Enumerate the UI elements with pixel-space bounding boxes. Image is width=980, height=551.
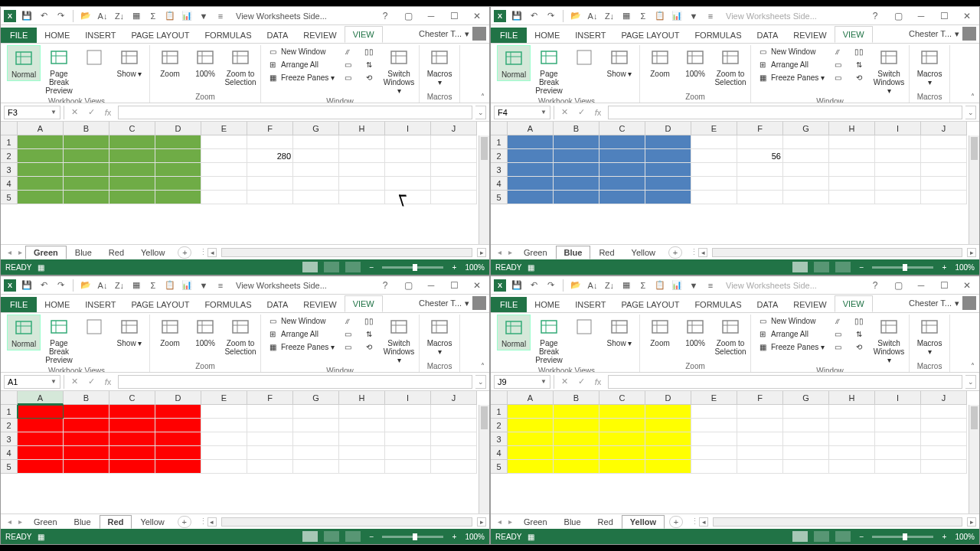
zoom-level[interactable]: 100% [955, 263, 975, 272]
sort-desc-icon[interactable]: Z↓ [113, 279, 126, 292]
tab-formulas[interactable]: FORMULAS [197, 297, 259, 312]
autosum-icon[interactable]: Σ [637, 10, 649, 22]
collapse-ribbon-icon[interactable]: ˄ [971, 93, 975, 101]
cell[interactable] [293, 135, 339, 149]
cell[interactable] [829, 177, 875, 191]
cell[interactable] [247, 460, 293, 474]
cell[interactable] [339, 163, 385, 177]
cell[interactable] [599, 149, 645, 163]
cell[interactable] [829, 191, 875, 204]
cell[interactable] [431, 177, 477, 191]
row-header[interactable]: 2 [491, 419, 508, 432]
column-header[interactable]: I [385, 391, 431, 405]
column-header[interactable]: G [783, 391, 829, 405]
open-icon[interactable]: 📂 [570, 10, 582, 22]
cell[interactable] [385, 177, 431, 191]
cell[interactable] [737, 163, 783, 177]
tab-page-layout[interactable]: PAGE LAYOUT [613, 297, 687, 312]
cell[interactable] [247, 419, 293, 432]
column-header[interactable]: J [921, 122, 967, 135]
collapse-ribbon-icon[interactable]: ˄ [481, 362, 485, 370]
hscroll-left-icon[interactable]: ◂ [699, 517, 708, 527]
cancel-icon[interactable]: ✕ [557, 377, 571, 386]
cell[interactable] [201, 405, 247, 419]
zoom-100-button[interactable]: 100% [188, 45, 222, 80]
cell[interactable] [737, 405, 783, 419]
sync-scroll-button[interactable]: ⇅ [361, 328, 381, 340]
user-account[interactable]: Chester T...▾ [419, 27, 486, 41]
cell[interactable]: 56 [737, 149, 783, 163]
cell[interactable] [339, 460, 385, 474]
help-icon[interactable]: ? [376, 278, 394, 293]
cell[interactable] [599, 405, 645, 419]
cell[interactable] [64, 149, 109, 163]
page-break-preview-button[interactable]: Page Break Preview [532, 45, 566, 96]
column-header[interactable]: C [599, 391, 645, 405]
cell[interactable] [645, 191, 691, 204]
normal-view-icon[interactable] [792, 262, 808, 272]
page-break-view-icon[interactable] [835, 262, 851, 272]
cell[interactable] [431, 405, 477, 419]
cell[interactable] [109, 149, 155, 163]
sync-scroll-button[interactable]: ⇅ [851, 58, 871, 70]
switch-windows-button[interactable]: Switch Windows ▾ [872, 45, 906, 96]
tab-insert[interactable]: INSERT [567, 297, 613, 312]
cell[interactable] [783, 177, 829, 191]
macros-button[interactable]: Macros ▾ [423, 45, 456, 88]
hscroll-right-icon[interactable]: ▸ [477, 517, 486, 527]
cell[interactable] [109, 460, 155, 474]
cell[interactable] [645, 149, 691, 163]
horizontal-scrollbar[interactable] [221, 517, 472, 527]
tab-view[interactable]: VIEW [835, 295, 873, 312]
arrange-all-button[interactable]: ⊞Arrange All [264, 328, 338, 340]
macro-record-icon[interactable]: ▦ [38, 263, 44, 272]
cell[interactable] [155, 460, 201, 474]
cell[interactable] [554, 460, 599, 474]
row-header[interactable]: 5 [491, 191, 508, 204]
ribbon-display-icon[interactable]: ▢ [399, 278, 417, 293]
cell[interactable] [201, 460, 247, 474]
pivot-icon[interactable]: ▦ [620, 279, 632, 292]
cell[interactable] [921, 460, 967, 474]
hscroll-right-icon[interactable]: ▸ [967, 517, 976, 527]
cancel-icon[interactable]: ✕ [557, 107, 571, 117]
cell[interactable] [155, 163, 201, 177]
split-button[interactable]: ⫽ [829, 315, 849, 327]
cell[interactable]: 280 [247, 149, 293, 163]
tab-formulas[interactable]: FORMULAS [687, 297, 749, 312]
hscroll-left-icon[interactable]: ◂ [207, 517, 217, 527]
cell[interactable] [783, 446, 829, 460]
column-header[interactable]: E [201, 122, 247, 135]
normal-view-button[interactable]: Normal [497, 45, 531, 81]
cell[interactable] [554, 177, 599, 191]
expand-formula-icon[interactable]: ⌄ [965, 375, 976, 389]
sort-desc-icon[interactable]: Z↓ [603, 279, 616, 292]
cell[interactable] [554, 432, 599, 446]
filter-icon[interactable]: ▼ [198, 10, 210, 22]
new-window-button[interactable]: ▭New Window [754, 315, 828, 327]
column-header[interactable]: A [18, 391, 64, 405]
worksheet-grid[interactable]: ABCDEFGHIJ 12280345 [1, 122, 489, 244]
vertical-scrollbar[interactable] [969, 405, 979, 514]
cell[interactable] [875, 177, 921, 191]
macros-button[interactable]: Macros ▾ [913, 45, 946, 88]
sheet-tab-green[interactable]: Green [515, 515, 556, 529]
unhide-button[interactable]: ▭ [339, 341, 359, 353]
close-icon[interactable]: ✕ [958, 278, 976, 293]
zoom-button[interactable]: Zoom [643, 45, 677, 80]
cell[interactable] [737, 419, 783, 432]
unhide-button[interactable]: ▭ [339, 71, 359, 83]
cell[interactable] [385, 163, 431, 177]
cell[interactable] [875, 419, 921, 432]
freeze-panes-button[interactable]: ▦Freeze Panes ▾ [754, 341, 828, 353]
cell[interactable] [691, 177, 737, 191]
page-break-view-icon[interactable] [345, 262, 361, 272]
column-header[interactable]: J [921, 391, 967, 405]
filter-icon[interactable]: ▼ [198, 279, 210, 292]
expand-formula-icon[interactable]: ⌄ [965, 106, 976, 119]
cell[interactable] [339, 191, 385, 204]
cell[interactable] [599, 191, 645, 204]
cell[interactable] [554, 405, 599, 419]
normal-view-button[interactable]: Normal [7, 315, 41, 350]
sort-asc-icon[interactable]: A↓ [96, 279, 109, 292]
